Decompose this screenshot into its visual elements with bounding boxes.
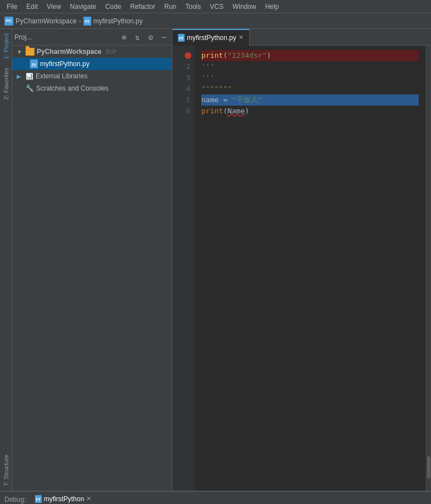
add-content-button[interactable]: ⊕	[118, 32, 130, 43]
breakpoint-1[interactable]	[185, 52, 191, 59]
minimize-button[interactable]: ─	[158, 32, 170, 43]
code-str-2: '''	[201, 61, 214, 72]
code-str-4: """""""	[201, 83, 232, 94]
folder-icon-workspace	[26, 48, 34, 56]
code-line-1[interactable]: print("1234dsr")	[201, 50, 419, 61]
editor-tab-myfirstpython[interactable]: py myfirstPython.py ✕	[172, 29, 250, 46]
scratches-label: Scratches and Consoles	[36, 84, 108, 92]
editor-section: py myfirstPython.py ✕ 1 2 3 4 5 6 print(…	[172, 29, 431, 491]
tree-arrow-ext: ▶	[17, 73, 23, 79]
code-editor[interactable]: 1 2 3 4 5 6 print("1234dsr") '''	[172, 46, 431, 491]
menu-bar: File Edit View Navigate Code Refactor Ru…	[0, 0, 431, 13]
menu-help[interactable]: Help	[261, 2, 284, 12]
code-cn-string: "干饭人"	[232, 94, 262, 106]
title-bar: PC PyCharmWorkspace › py myfirstPython.p…	[0, 13, 431, 29]
ext-libraries-label: External Libraries	[36, 72, 87, 80]
code-string-1: "1234dsr"	[227, 50, 266, 61]
settings-button[interactable]: ⚙	[145, 32, 156, 43]
debug-label: Debug:	[4, 496, 26, 503]
code-paren-open: (	[223, 50, 227, 61]
code-var-name: name	[201, 94, 219, 106]
menu-view[interactable]: View	[42, 2, 66, 12]
breadcrumb-filename[interactable]: myfirstPython.py	[93, 17, 143, 25]
breadcrumb-workspace[interactable]: PyCharmWorkspace	[16, 17, 77, 25]
workspace-path: D:P	[106, 48, 117, 55]
bottom-panel: Debug: py myfirstPython ✕ ↺ Debugger ⚙ C…	[0, 491, 431, 504]
code-line-4[interactable]: """""""	[201, 83, 419, 94]
menu-vcs[interactable]: VCS	[205, 2, 228, 12]
py-file-icon: py	[30, 59, 38, 68]
scratch-icon-group: 🔧	[26, 84, 34, 92]
tab-structure[interactable]: 7: Structure	[1, 450, 11, 491]
line-num-4: 4	[172, 83, 190, 94]
tab-project[interactable]: 1: Project	[1, 29, 11, 63]
line-num-3: 3	[172, 72, 190, 83]
debug-tab-label: myfirstPython	[44, 495, 85, 503]
tree-external-libraries[interactable]: ▶ 📊 External Libraries	[12, 70, 172, 82]
tree-scratches-consoles[interactable]: 🔧 Scratches and Consoles	[12, 82, 172, 94]
tab-close-button[interactable]: ✕	[239, 34, 244, 41]
menu-navigate[interactable]: Navigate	[66, 2, 101, 12]
debug-tab-icon: py	[35, 495, 42, 503]
code-print-kw: print	[201, 106, 223, 117]
menu-edit[interactable]: Edit	[22, 2, 42, 12]
code-line-2[interactable]: '''	[201, 61, 419, 72]
menu-refactor[interactable]: Refactor	[126, 2, 160, 12]
sidebar: Proj... ⊕ ⇅ ⚙ ─ ▼ PyCharmWorkspace D:P p…	[12, 29, 172, 491]
code-equals: =	[219, 94, 231, 106]
code-name-var: Name	[227, 106, 245, 117]
line-numbers: 1 2 3 4 5 6	[172, 46, 195, 491]
code-str-3: '''	[201, 72, 214, 83]
line-num-5: 5	[172, 94, 190, 106]
tab-filename: myfirstPython.py	[187, 34, 236, 42]
debug-tab-close[interactable]: ✕	[86, 495, 91, 502]
debug-tab-myfirstpython[interactable]: py myfirstPython ✕	[31, 492, 96, 505]
line-num-6: 6	[172, 106, 190, 117]
editor-tabs: py myfirstPython.py ✕	[172, 29, 431, 46]
workspace-icon: PC	[4, 17, 13, 26]
tree-file-myfirstpython[interactable]: py myfirstPython.py	[12, 58, 172, 70]
tree-arrow-root: ▼	[17, 49, 23, 55]
code-paren-6-open: (	[223, 106, 227, 117]
main-container: 1: Project 2: Favorites 7: Structure Pro…	[0, 29, 431, 491]
file-name: myfirstPython.py	[40, 60, 90, 68]
menu-window[interactable]: Window	[228, 2, 261, 12]
file-icon: py	[83, 17, 91, 26]
editor-scrollbar[interactable]	[425, 46, 431, 491]
menu-run[interactable]: Run	[160, 2, 181, 12]
code-content[interactable]: print("1234dsr") ''' ''' """"""" name = …	[195, 46, 425, 491]
menu-code[interactable]: Code	[101, 2, 126, 12]
ext-lib-icon-group: 📊	[26, 73, 33, 80]
code-paren-close: )	[266, 50, 271, 61]
scroll-from-source-button[interactable]: ⇅	[132, 32, 143, 43]
sidebar-toolbar: Proj... ⊕ ⇅ ⚙ ─	[12, 29, 172, 46]
code-keyword-print: print	[201, 50, 223, 61]
sidebar-tree: ▼ PyCharmWorkspace D:P py myfirstPython.…	[12, 46, 172, 491]
menu-file[interactable]: File	[2, 2, 22, 12]
code-paren-6-close: )	[245, 106, 249, 117]
line-num-2: 2	[172, 61, 190, 72]
left-vertical-tabs: 1: Project 2: Favorites 7: Structure	[0, 29, 12, 491]
breadcrumb-separator: ›	[79, 17, 81, 25]
debug-tabs-bar: Debug: py myfirstPython ✕	[0, 492, 431, 504]
code-line-5[interactable]: name = "干饭人"	[201, 94, 419, 106]
tree-workspace-root[interactable]: ▼ PyCharmWorkspace D:P	[12, 46, 172, 58]
code-line-3[interactable]: '''	[201, 72, 419, 83]
breadcrumb-file: py myfirstPython.py	[83, 17, 143, 26]
menu-tools[interactable]: Tools	[181, 2, 205, 12]
code-line-6[interactable]: print(Name)	[201, 106, 419, 117]
tab-favorites[interactable]: 2: Favorites	[1, 63, 11, 104]
project-label: Proj...	[14, 33, 116, 41]
tab-file-icon: py	[178, 34, 185, 42]
workspace-name: PyCharmWorkspace	[37, 48, 102, 56]
